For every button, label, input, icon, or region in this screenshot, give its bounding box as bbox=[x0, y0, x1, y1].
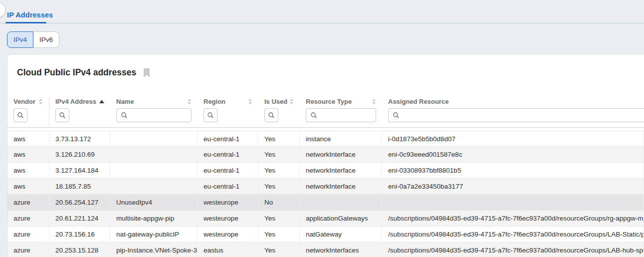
search-icon bbox=[17, 112, 24, 119]
cell-is-used: Yes bbox=[258, 211, 300, 227]
cell-ipv4: 20.56.254.127 bbox=[49, 195, 110, 211]
cell-assigned-resource: eni-03308937bbf8801b5 bbox=[382, 163, 644, 179]
sort-icon bbox=[289, 98, 294, 105]
column-header-name[interactable]: Name bbox=[110, 96, 198, 106]
is-used-filter-button[interactable] bbox=[264, 108, 278, 122]
cell-ipv4: 20.73.156.16 bbox=[49, 227, 110, 243]
sort-icon bbox=[248, 98, 252, 105]
table-row[interactable]: azure 20.61.221.124 multisite-appgw-pip … bbox=[7, 211, 644, 227]
cell-name: UnusedIpv4 bbox=[110, 195, 198, 211]
cell-vendor: azure bbox=[7, 243, 49, 257]
ipv4-toggle-button[interactable]: IPv4 bbox=[7, 31, 33, 48]
resource-type-filter-box bbox=[306, 108, 376, 122]
cell-ipv4: 18.185.7.85 bbox=[49, 179, 110, 195]
cell-region: westeurope bbox=[198, 227, 258, 243]
bookmark-icon[interactable] bbox=[143, 68, 150, 77]
vendor-filter-button[interactable] bbox=[13, 108, 27, 122]
column-header-vendor[interactable]: Vendor bbox=[7, 96, 49, 106]
cell-assigned-resource: /subscriptions/04984d35-ed39-4715-a7fc-7… bbox=[382, 211, 644, 227]
sort-icon bbox=[38, 98, 43, 105]
column-label: Vendor bbox=[13, 98, 35, 105]
column-header-region[interactable]: Region bbox=[198, 96, 258, 106]
cell-name bbox=[110, 179, 198, 195]
search-icon bbox=[393, 112, 400, 119]
column-label: Is Used bbox=[264, 98, 287, 105]
table-row[interactable]: aws 3.127.164.184 eu-central-1 Yes netwo… bbox=[7, 163, 644, 179]
sort-icon bbox=[187, 98, 192, 105]
cell-vendor: aws bbox=[7, 147, 49, 163]
column-label: Name bbox=[116, 98, 134, 105]
sort-icon bbox=[372, 98, 376, 105]
tab-ip-addresses[interactable]: IP Addresses bbox=[7, 11, 53, 19]
column-label: Resource Type bbox=[306, 98, 352, 105]
cell-vendor: azure bbox=[7, 211, 49, 227]
cell-resource-type: networkInterface bbox=[300, 163, 382, 179]
cell-name: multisite-appgw-pip bbox=[110, 211, 198, 227]
column-header-assigned-resource[interactable]: Assigned Resource bbox=[382, 96, 644, 106]
resource-type-filter-input[interactable] bbox=[320, 112, 372, 119]
ip-version-toggle: IPv4 IPv6 bbox=[7, 31, 59, 48]
cell-ipv4: 3.126.210.69 bbox=[49, 147, 110, 163]
cell-resource-type: instance bbox=[300, 131, 382, 147]
cell-name bbox=[110, 163, 198, 179]
column-header-resource-type[interactable]: Resource Type bbox=[300, 96, 382, 106]
cell-vendor: azure bbox=[7, 227, 49, 243]
ip-table: Vendor IPv4 Address bbox=[7, 96, 644, 257]
assigned-resource-filter-box bbox=[388, 108, 644, 122]
cell-assigned-resource: eni-0c93eeed001587e8c bbox=[382, 147, 644, 163]
top-tab-bar: IP Addresses bbox=[0, 0, 644, 23]
column-label: Assigned Resource bbox=[388, 98, 448, 105]
panel-collapse-handle[interactable] bbox=[0, 3, 5, 17]
assigned-resource-filter-input[interactable] bbox=[403, 112, 644, 119]
cell-vendor: aws bbox=[7, 179, 49, 195]
cell-ipv4: 20.61.221.124 bbox=[49, 211, 110, 227]
cell-region: eu-central-1 bbox=[198, 179, 258, 195]
search-icon bbox=[310, 112, 317, 119]
cell-vendor: aws bbox=[7, 131, 49, 147]
cell-assigned-resource: /subscriptions/04984d35-ed39-4715-a7fc-7… bbox=[382, 227, 644, 243]
ipv4-filter-button[interactable] bbox=[55, 108, 69, 122]
cell-is-used: Yes bbox=[258, 179, 300, 195]
cell-resource-type: networkInterfaces bbox=[300, 243, 382, 257]
cell-region: eu-central-1 bbox=[198, 131, 258, 147]
cell-resource-type: networkInterface bbox=[300, 147, 382, 163]
cell-vendor: aws bbox=[7, 163, 49, 179]
sort-ascending-icon bbox=[99, 100, 104, 103]
region-filter-button[interactable] bbox=[204, 108, 217, 122]
cell-is-used: No bbox=[258, 195, 300, 211]
ipv6-toggle-button[interactable]: IPv6 bbox=[33, 31, 59, 48]
table-row[interactable]: azure 20.253.15.128 pip-Instance.VNet-Sp… bbox=[7, 243, 644, 257]
table-row[interactable]: aws 3.73.13.172 eu-central-1 Yes instanc… bbox=[7, 131, 644, 147]
table-row[interactable]: azure 20.73.156.16 nat-gateway-publicIP … bbox=[7, 227, 644, 243]
cell-resource-type: networkInterface bbox=[300, 179, 382, 195]
cell-region: westeurope bbox=[198, 211, 258, 227]
search-icon bbox=[121, 112, 128, 119]
tabbar-divider bbox=[0, 23, 644, 23]
column-label: IPv4 Address bbox=[55, 98, 96, 105]
column-header-is-used[interactable]: Is Used bbox=[258, 96, 300, 106]
cell-vendor: azure bbox=[7, 195, 49, 211]
table-row[interactable]: aws 18.185.7.85 eu-central-1 Yes network… bbox=[7, 179, 644, 195]
cell-ipv4: 3.73.13.172 bbox=[49, 131, 110, 147]
cell-name bbox=[110, 131, 198, 147]
column-header-ipv4-address[interactable]: IPv4 Address bbox=[49, 96, 110, 106]
search-icon bbox=[59, 112, 66, 119]
cell-region: westeurope bbox=[198, 195, 258, 211]
cell-region: eu-central-1 bbox=[198, 163, 258, 179]
cell-is-used: Yes bbox=[258, 147, 300, 163]
cell-assigned-resource: /subscriptions/04984d35-ed39-4715-a7fc-7… bbox=[382, 243, 644, 257]
name-filter-box bbox=[116, 108, 192, 122]
cell-ipv4: 3.127.164.184 bbox=[49, 163, 110, 179]
cell-name: pip-Instance.VNet-Spoke-3 bbox=[110, 243, 198, 257]
name-filter-input[interactable] bbox=[131, 112, 187, 119]
search-icon bbox=[207, 112, 214, 119]
cell-is-used: Yes bbox=[258, 243, 300, 257]
cell-is-used: Yes bbox=[258, 131, 300, 147]
page-title: Cloud Public IPv4 addresses bbox=[17, 67, 136, 78]
cell-name: nat-gateway-publicIP bbox=[110, 227, 198, 243]
table-row-highlighted[interactable]: azure 20.56.254.127 UnusedIpv4 westeurop… bbox=[7, 195, 644, 211]
cell-assigned-resource: eni-0a7a2e33450ba3177 bbox=[382, 179, 644, 195]
cell-assigned-resource bbox=[382, 195, 644, 211]
table-row[interactable]: aws 3.126.210.69 eu-central-1 Yes networ… bbox=[7, 147, 644, 163]
cell-ipv4: 20.253.15.128 bbox=[49, 243, 110, 257]
